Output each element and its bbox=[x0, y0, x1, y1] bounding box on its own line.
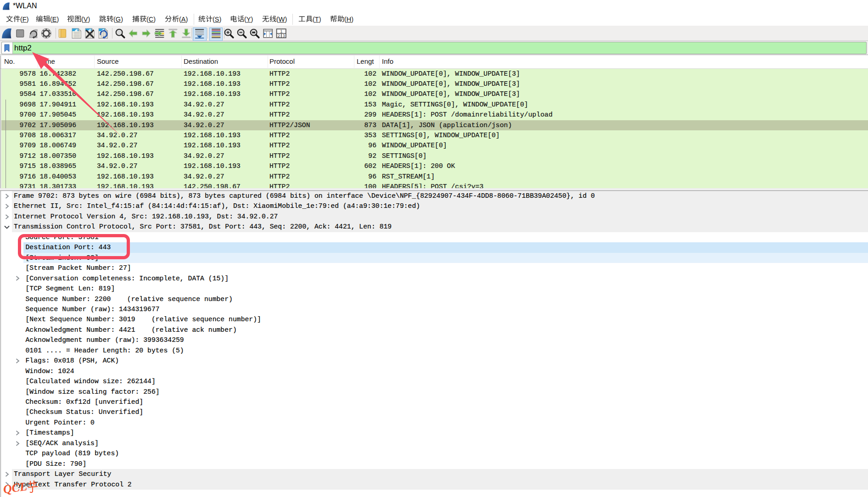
svg-text:1: 1 bbox=[280, 29, 282, 34]
svg-text:2: 2 bbox=[278, 34, 280, 38]
svg-text:3: 3 bbox=[283, 34, 285, 38]
